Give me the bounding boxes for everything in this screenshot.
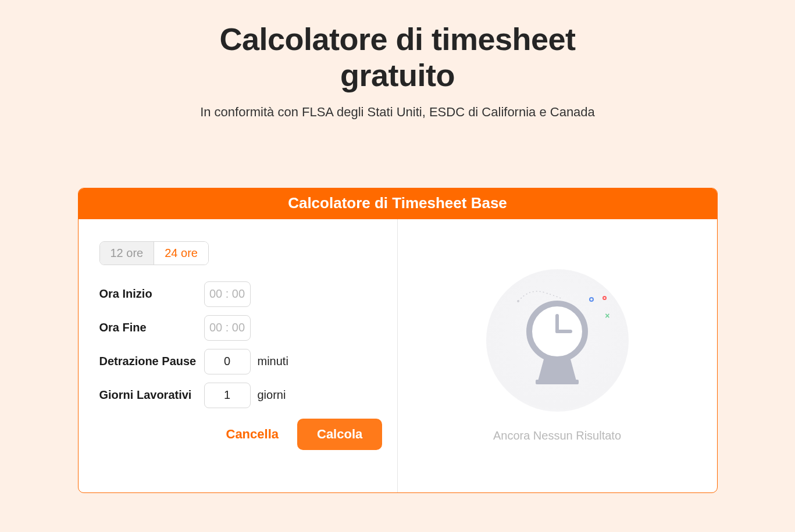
empty-result-illustration: × [486, 269, 629, 412]
svg-marker-4 [538, 359, 576, 381]
page-subtitle: In conformità con FLSA degli Stati Uniti… [194, 103, 601, 121]
days-unit: giorni [258, 388, 286, 402]
cancel-button[interactable]: Cancella [226, 427, 279, 442]
page-title: Calcolatore di timesheet gratuito [194, 21, 601, 93]
working-days-label: Giorni Lavorativi [99, 388, 204, 402]
calculate-button[interactable]: Calcola [297, 419, 382, 450]
deco-cross-green: × [605, 311, 609, 320]
working-days-input[interactable] [204, 383, 251, 408]
svg-rect-5 [536, 380, 579, 384]
clock-icon [519, 294, 595, 387]
no-result-text: Ancora Nessun Risultato [493, 429, 621, 442]
card-title: Calcolatore di Timesheet Base [79, 188, 717, 219]
break-unit: minuti [258, 355, 288, 368]
calculator-card: Calcolatore di Timesheet Base 12 ore 24 … [78, 188, 718, 493]
deco-dot-blue [589, 297, 594, 302]
end-time-input[interactable] [204, 315, 251, 341]
end-time-label: Ora Fine [99, 321, 204, 334]
deco-dot-red [603, 296, 607, 300]
hour-format-toggle: 12 ore 24 ore [99, 241, 209, 265]
start-time-input[interactable] [204, 281, 251, 307]
break-deduction-input[interactable] [204, 349, 251, 374]
toggle-24h[interactable]: 24 ore [154, 242, 208, 265]
result-panel: × Ancora Nessun Risultato [398, 219, 717, 492]
form-panel: 12 ore 24 ore Ora Inizio Ora Fine Detraz… [79, 219, 398, 492]
break-deduction-label: Detrazione Pause [99, 355, 204, 368]
dotted-path [515, 287, 562, 304]
svg-point-0 [517, 300, 519, 302]
start-time-label: Ora Inizio [99, 287, 204, 301]
toggle-12h[interactable]: 12 ore [100, 242, 155, 265]
